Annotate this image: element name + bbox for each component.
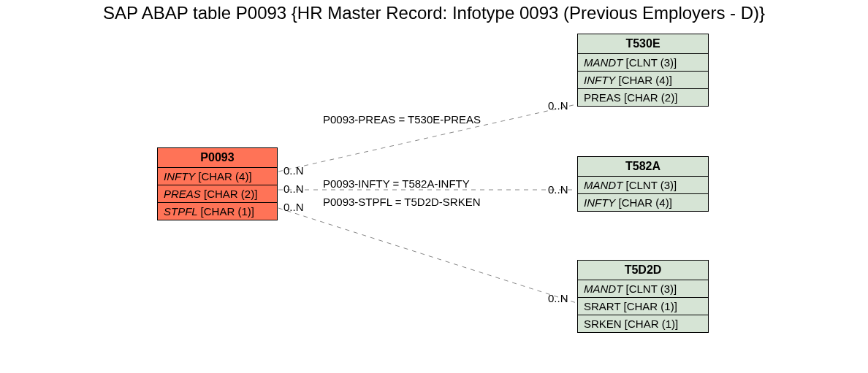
- card-in-2: 0..N: [548, 292, 568, 304]
- field-type: [CHAR (2)]: [624, 91, 677, 104]
- entity-p0093-header: P0093: [158, 148, 277, 168]
- card-in-1: 0..N: [548, 183, 568, 196]
- entity-t5d2d-field-1: SRART [CHAR (1)]: [578, 298, 708, 315]
- diagram-canvas: SAP ABAP table P0093 {HR Master Record: …: [0, 0, 868, 373]
- field-type: [CHAR (1)]: [201, 205, 254, 218]
- entity-t530e-field-1: INFTY [CHAR (4)]: [578, 72, 708, 89]
- edge-label-0: P0093-PREAS = T530E-PREAS: [323, 113, 481, 126]
- field-name: INFTY: [164, 170, 195, 182]
- entity-p0093: P0093 INFTY [CHAR (4)] PREAS [CHAR (2)] …: [157, 147, 278, 220]
- field-type: [CHAR (4)]: [619, 196, 672, 209]
- entity-t530e: T530E MANDT [CLNT (3)] INFTY [CHAR (4)] …: [577, 34, 709, 107]
- entity-t5d2d: T5D2D MANDT [CLNT (3)] SRART [CHAR (1)] …: [577, 260, 709, 333]
- entity-t530e-field-0: MANDT [CLNT (3)]: [578, 54, 708, 72]
- field-type: [CHAR (4)]: [619, 74, 672, 86]
- field-type: [CHAR (1)]: [623, 300, 677, 312]
- edge-label-2: P0093-STPFL = T5D2D-SRKEN: [323, 196, 481, 208]
- entity-p0093-field-1: PREAS [CHAR (2)]: [158, 185, 277, 203]
- field-name: INFTY: [584, 74, 615, 86]
- field-type: [CLNT (3)]: [626, 282, 677, 295]
- entity-t582a: T582A MANDT [CLNT (3)] INFTY [CHAR (4)]: [577, 156, 709, 212]
- field-name: MANDT: [584, 282, 623, 295]
- field-name: INFTY: [584, 196, 615, 209]
- entity-t530e-header: T530E: [578, 34, 708, 54]
- entity-t582a-field-0: MANDT [CLNT (3)]: [578, 177, 708, 194]
- field-name: MANDT: [584, 179, 623, 191]
- field-name: SRART: [584, 300, 620, 312]
- entity-t582a-field-1: INFTY [CHAR (4)]: [578, 194, 708, 211]
- entity-t5d2d-field-0: MANDT [CLNT (3)]: [578, 280, 708, 298]
- card-out-2: 0..N: [283, 201, 304, 213]
- edge-label-1: P0093-INFTY = T582A-INFTY: [323, 177, 470, 190]
- field-type: [CLNT (3)]: [626, 179, 677, 191]
- field-name: PREAS: [584, 91, 621, 104]
- entity-p0093-field-2: STPFL [CHAR (1)]: [158, 203, 277, 220]
- field-type: [CHAR (4)]: [198, 170, 251, 182]
- svg-line-2: [278, 208, 576, 303]
- field-type: [CLNT (3)]: [626, 56, 677, 69]
- field-name: SRKEN: [584, 318, 622, 330]
- page-title: SAP ABAP table P0093 {HR Master Record: …: [0, 3, 868, 23]
- entity-t5d2d-field-2: SRKEN [CHAR (1)]: [578, 315, 708, 332]
- field-name: MANDT: [584, 56, 623, 69]
- field-name: STPFL: [164, 205, 197, 218]
- card-in-0: 0..N: [548, 99, 568, 112]
- entity-p0093-field-0: INFTY [CHAR (4)]: [158, 168, 277, 185]
- field-type: [CHAR (1)]: [625, 318, 678, 330]
- field-name: PREAS: [164, 188, 201, 200]
- entity-t530e-field-2: PREAS [CHAR (2)]: [578, 89, 708, 106]
- field-type: [CHAR (2)]: [204, 188, 257, 200]
- entity-t582a-header: T582A: [578, 157, 708, 177]
- entity-t5d2d-header: T5D2D: [578, 261, 708, 280]
- card-out-1: 0..N: [283, 182, 304, 195]
- card-out-0: 0..N: [283, 164, 304, 177]
